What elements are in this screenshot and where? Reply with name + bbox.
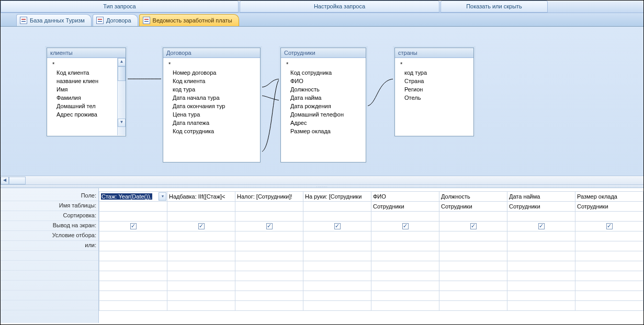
checkbox-icon[interactable] [606, 223, 613, 229]
grid-cell-criteria[interactable] [575, 231, 643, 241]
grid-cell-show[interactable] [99, 221, 167, 231]
table-countries[interactable]: страны * код тура Страна Регион Отель [394, 48, 474, 136]
grid-cell-table[interactable] [99, 201, 167, 211]
grid-cell-show[interactable] [303, 221, 371, 231]
scroll-down-icon[interactable]: ▼ [118, 119, 126, 127]
grid-cell-criteria[interactable] [507, 231, 575, 241]
grid-cell-table[interactable] [167, 201, 235, 211]
field[interactable]: Имя [57, 85, 123, 94]
grid-cell-criteria[interactable] [303, 231, 371, 241]
grid-cell-field[interactable]: Дата найма [507, 191, 575, 201]
field[interactable]: Фамилия [57, 94, 123, 102]
checkbox-icon[interactable] [538, 223, 545, 229]
grid-cell-sort[interactable] [439, 211, 507, 221]
checkbox-icon[interactable] [402, 223, 409, 229]
grid-cell-field[interactable]: На руки: [Сотрудники [303, 191, 371, 201]
grid-cell-show[interactable] [167, 221, 235, 231]
grid-cell-field[interactable]: ФИО [371, 191, 439, 201]
checkbox-icon[interactable] [198, 223, 205, 229]
grid-cell-criteria[interactable] [167, 231, 235, 241]
grid-cell-criteria[interactable] [99, 231, 167, 241]
grid-cell-or[interactable] [303, 241, 371, 251]
qbe-table[interactable]: Стаж: Year(Date()). ▾ Надбавка: IIf([Ста… [99, 188, 643, 311]
grid-cell-field[interactable]: Размер оклада [575, 191, 643, 201]
tab-database[interactable]: База данных Туризм [16, 14, 92, 26]
scroll-left-icon[interactable]: ◀ [1, 177, 9, 184]
field[interactable]: Должность [290, 85, 364, 94]
grid-cell-table[interactable]: Сотрудники [439, 201, 507, 211]
field[interactable]: Домашний телефон [290, 110, 364, 119]
grid-cell-field[interactable]: Должность [439, 191, 507, 201]
table-clients[interactable]: клиенты * Код клиента название клиен Имя… [47, 48, 126, 136]
field-pk[interactable]: Номер договора [173, 68, 258, 77]
grid-cell-sort[interactable] [167, 211, 235, 221]
star-all-fields[interactable]: * [400, 60, 471, 68]
star-all-fields[interactable]: * [52, 60, 123, 68]
star-all-fields[interactable]: * [168, 60, 258, 68]
checkbox-icon[interactable] [470, 223, 477, 229]
field[interactable]: Размер оклада [290, 127, 364, 135]
table-contracts[interactable]: Договора * Номер договора Код клиента ко… [163, 48, 261, 162]
grid-cell-sort[interactable] [575, 211, 643, 221]
field-pk[interactable]: Код клиента [57, 68, 123, 77]
ribbon-group-query-setup[interactable]: Настройка запроса [240, 1, 439, 13]
tab-payroll[interactable]: Ведомость заработной платы [139, 14, 239, 26]
grid-cell-field[interactable]: Надбавка: IIf([Стаж]< [167, 191, 235, 201]
ribbon-group-show-hide[interactable]: Показать или скрыть [440, 1, 548, 13]
field[interactable]: Домашний тел [57, 102, 123, 110]
checkbox-icon[interactable] [130, 223, 137, 229]
field-pk[interactable]: Код сотрудника [290, 68, 364, 77]
grid-cell-sort[interactable] [507, 211, 575, 221]
grid-cell-or[interactable] [575, 241, 643, 251]
grid-cell-sort[interactable] [99, 211, 167, 221]
grid-cell-sort[interactable] [371, 211, 439, 221]
grid-cell-sort[interactable] [303, 211, 371, 221]
field[interactable]: Адрес прожива [57, 110, 123, 119]
grid-cell-or[interactable] [371, 241, 439, 251]
grid-cell-field[interactable]: Налог: [Сотрудники]! [235, 191, 303, 201]
field[interactable]: Дата найма [290, 94, 364, 102]
grid-cell-or[interactable] [99, 241, 167, 251]
grid-cell-table[interactable] [235, 201, 303, 211]
query-designer-pane[interactable]: клиенты * Код клиента название клиен Имя… [1, 27, 643, 176]
field[interactable]: Страна [404, 77, 471, 85]
field[interactable]: название клиен [57, 77, 123, 85]
field[interactable]: ФИО [290, 77, 364, 85]
field[interactable]: Код сотрудника [173, 127, 258, 135]
grid-cell-criteria[interactable] [371, 231, 439, 241]
field[interactable]: Цена тура [173, 110, 258, 119]
field[interactable]: Отель [404, 94, 471, 102]
field[interactable]: Регион [404, 85, 471, 94]
scrollbar-vertical[interactable]: ▲ ▼ [117, 58, 126, 135]
tab-contracts[interactable]: Договора [93, 14, 138, 26]
grid-cell-show[interactable] [371, 221, 439, 231]
star-all-fields[interactable]: * [286, 60, 364, 68]
grid-cell-or[interactable] [507, 241, 575, 251]
grid-cell-or[interactable] [439, 241, 507, 251]
grid-cell-criteria[interactable] [439, 231, 507, 241]
grid-cell-show[interactable] [575, 221, 643, 231]
dropdown-icon[interactable]: ▾ [159, 192, 166, 201]
grid-cell-or[interactable] [235, 241, 303, 251]
field[interactable]: Дата начала тура [173, 94, 258, 102]
grid-cell-table[interactable]: Сотрудники [575, 201, 643, 211]
field-pk[interactable]: код тура [404, 68, 471, 77]
grid-cell-show[interactable] [507, 221, 575, 231]
field[interactable]: Дата рождения [290, 102, 364, 110]
checkbox-icon[interactable] [334, 223, 341, 229]
grid-cell-sort[interactable] [235, 211, 303, 221]
grid-cell-table[interactable]: Сотрудники [507, 201, 575, 211]
field[interactable]: код тура [173, 85, 258, 94]
designer-hscroll[interactable]: ◀ [1, 176, 643, 184]
grid-cell-field[interactable]: Стаж: Year(Date()). ▾ [99, 191, 167, 201]
field[interactable]: Код клиента [173, 77, 258, 85]
scroll-up-icon[interactable]: ▲ [118, 58, 126, 66]
pane-splitter[interactable]: ········ [1, 184, 643, 188]
field[interactable]: Дата окончания тур [173, 102, 258, 110]
field[interactable]: Адрес [290, 119, 364, 127]
grid-cell-or[interactable] [167, 241, 235, 251]
grid-cell-show[interactable] [235, 221, 303, 231]
ribbon-group-query-type[interactable]: Тип запроса [1, 1, 239, 13]
field[interactable]: Дата платежа [173, 119, 258, 127]
table-employees[interactable]: Сотрудники * Код сотрудника ФИО Должност… [280, 48, 366, 162]
